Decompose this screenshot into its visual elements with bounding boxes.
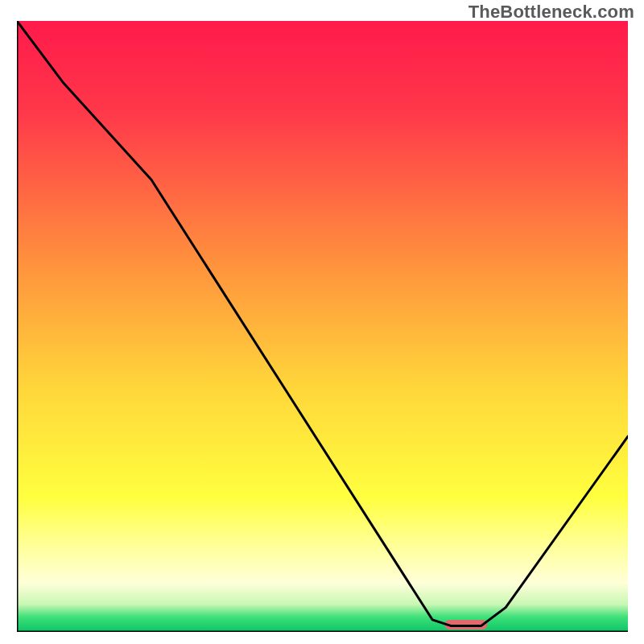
chart-container — [17, 21, 628, 632]
watermark-label: TheBottleneck.com — [469, 2, 634, 23]
bottleneck-chart — [17, 21, 628, 632]
gradient-background — [17, 21, 628, 632]
